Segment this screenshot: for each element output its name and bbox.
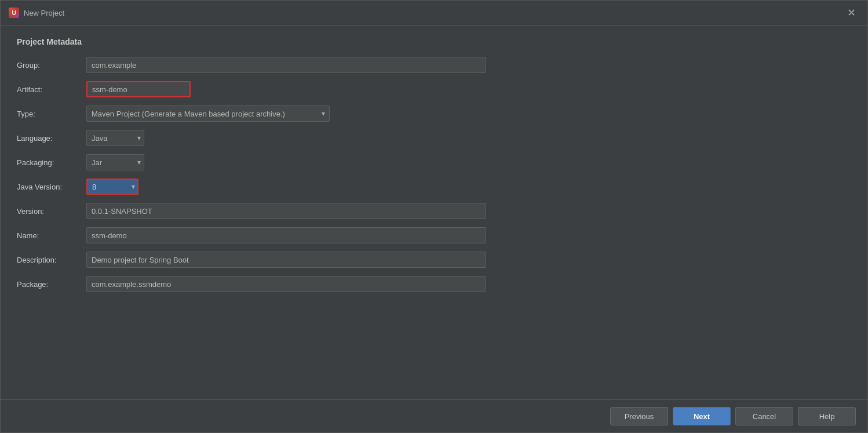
version-row: Version: <box>17 203 851 219</box>
packaging-select[interactable]: Jar War <box>86 154 144 170</box>
type-select[interactable]: Maven Project (Generate a Maven based pr… <box>86 105 330 122</box>
dialog-footer: Previous Next Cancel Help <box>1 399 867 432</box>
language-row: Language: Java Kotlin Groovy <box>17 130 851 146</box>
section-title: Project Metadata <box>17 37 851 46</box>
app-icon: U <box>9 8 19 18</box>
title-bar-left: U New Project <box>9 8 64 18</box>
name-input[interactable] <box>86 227 486 243</box>
cancel-button[interactable]: Cancel <box>735 407 793 425</box>
dialog-content: Project Metadata Group: Artifact: Type: … <box>1 26 867 399</box>
name-label: Name: <box>17 231 86 240</box>
description-row: Description: <box>17 252 851 268</box>
package-label: Package: <box>17 280 86 289</box>
group-label: Group: <box>17 61 86 70</box>
description-input[interactable] <box>86 252 486 268</box>
previous-button[interactable]: Previous <box>610 407 668 425</box>
close-button[interactable]: ✕ <box>844 6 859 19</box>
language-label: Language: <box>17 134 86 143</box>
java-version-select[interactable]: 8 11 17 21 <box>86 179 138 195</box>
dialog-title: New Project <box>24 9 64 17</box>
package-row: Package: <box>17 276 851 292</box>
language-select[interactable]: Java Kotlin Groovy <box>86 130 144 146</box>
package-input[interactable] <box>86 276 486 292</box>
next-button[interactable]: Next <box>673 407 731 425</box>
language-select-wrapper: Java Kotlin Groovy <box>86 130 144 146</box>
packaging-row: Packaging: Jar War <box>17 154 851 170</box>
type-select-wrapper: Maven Project (Generate a Maven based pr… <box>86 105 330 122</box>
java-version-label: Java Version: <box>17 183 86 191</box>
packaging-select-wrapper: Jar War <box>86 154 144 170</box>
artifact-row: Artifact: <box>17 81 851 97</box>
new-project-dialog: U New Project ✕ Project Metadata Group: … <box>0 0 868 433</box>
artifact-label: Artifact: <box>17 85 86 94</box>
java-version-row: Java Version: 8 11 17 21 ▾ <box>17 179 851 195</box>
title-bar: U New Project ✕ <box>1 1 867 26</box>
group-row: Group: <box>17 57 851 73</box>
description-label: Description: <box>17 256 86 264</box>
artifact-input[interactable] <box>86 81 191 97</box>
packaging-label: Packaging: <box>17 158 86 167</box>
version-label: Version: <box>17 207 86 216</box>
type-label: Type: <box>17 110 86 118</box>
java-version-select-wrapper: 8 11 17 21 ▾ <box>86 179 138 195</box>
help-button[interactable]: Help <box>798 407 856 425</box>
version-input[interactable] <box>86 203 486 219</box>
type-row: Type: Maven Project (Generate a Maven ba… <box>17 105 851 122</box>
name-row: Name: <box>17 227 851 243</box>
group-input[interactable] <box>86 57 486 73</box>
